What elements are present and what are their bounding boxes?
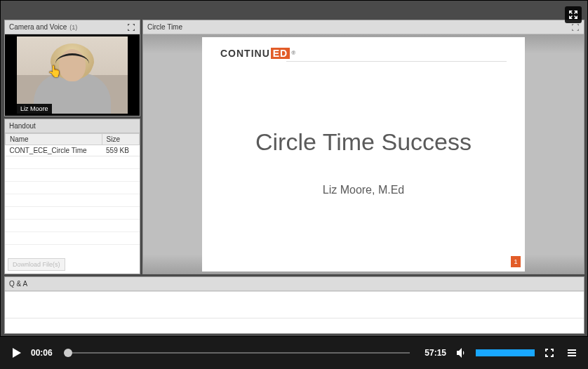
play-icon (10, 347, 22, 359)
current-time: 00:06 (31, 348, 60, 358)
slide-subtitle: Liz Moore, M.Ed (220, 184, 507, 196)
qa-panel-title: Q & A (9, 280, 27, 288)
webcam-video: 👆 Liz Moore (5, 34, 140, 116)
handout-col-name: Name (6, 134, 102, 145)
brand-text-left: CONTINU (220, 48, 270, 59)
volume-icon (455, 347, 467, 359)
fullscreen-button[interactable] (565, 6, 582, 23)
handout-body: Name Size CONT_ECE_Circle Time 559 KB (5, 133, 140, 274)
panel-header-qa: Q & A (5, 277, 584, 291)
camera-voice-panel: Camera and Voice (1) 👆 Liz Moore (4, 20, 140, 116)
slide-panel-title: Circle Time (147, 23, 182, 31)
volume-slider[interactable] (476, 349, 535, 357)
handout-panel-title: Handout (9, 122, 36, 130)
fullscreen-icon (544, 347, 555, 358)
panel-header-camera: Camera and Voice (1) (5, 20, 140, 34)
slide-content: CONTINUED® Circle Time Success Liz Moore… (202, 37, 525, 271)
slide-viewport: CONTINUED® Circle Time Success Liz Moore… (143, 34, 584, 274)
download-files-button[interactable]: Download File(s) (8, 258, 65, 271)
qa-panel: Q & A (4, 276, 584, 334)
volume-button[interactable] (453, 345, 469, 361)
registered-mark: ® (291, 50, 296, 56)
handout-col-size: Size (102, 134, 139, 145)
handout-panel: Handout Name Size CONT_ECE_Circle Time 5… (4, 119, 140, 274)
panel-header-slide: Circle Time (143, 20, 584, 34)
webcam-frame: 👆 Liz Moore (17, 36, 128, 114)
handout-empty-rows (5, 156, 140, 255)
brand-underline (286, 61, 507, 62)
camera-panel-count: (1) (69, 24, 77, 31)
slide-page-number: 1 (511, 256, 521, 267)
slide-title: Circle Time Success (220, 128, 507, 156)
slide-panel: Circle Time CONTINUED® Circle Time Succe… (142, 20, 584, 274)
presenter-name-tag: Liz Moore (17, 104, 52, 114)
progress-bar[interactable] (67, 349, 410, 357)
camera-panel-title: Camera and Voice (9, 23, 67, 31)
panel-header-handout: Handout (5, 119, 140, 133)
qa-body[interactable] (5, 291, 584, 333)
expand-panel-icon[interactable] (127, 23, 135, 32)
progress-line (67, 352, 410, 354)
handout-table: Name Size CONT_ECE_Circle Time 559 KB (5, 133, 140, 156)
brand-text-box: ED (271, 48, 290, 59)
play-button[interactable] (8, 345, 24, 361)
content-area: Camera and Voice (1) 👆 Liz Moore (0, 0, 588, 337)
player-bar: 00:06 57:15 (0, 337, 588, 369)
handout-file-size: 559 KB (102, 145, 139, 156)
progress-handle[interactable] (64, 349, 72, 357)
menu-icon (566, 347, 577, 358)
menu-button[interactable] (564, 345, 580, 361)
table-row[interactable]: CONT_ECE_Circle Time 559 KB (6, 145, 140, 156)
handout-file-name: CONT_ECE_Circle Time (6, 145, 102, 156)
expand-icon (568, 9, 579, 20)
viewport: Camera and Voice (1) 👆 Liz Moore (0, 0, 588, 369)
fullscreen-player-button[interactable] (542, 345, 557, 361)
brand-logo: CONTINUED® (220, 48, 296, 59)
expand-panel-icon[interactable] (571, 23, 580, 32)
volume-fill (476, 349, 535, 356)
total-time: 57:15 (417, 348, 446, 358)
